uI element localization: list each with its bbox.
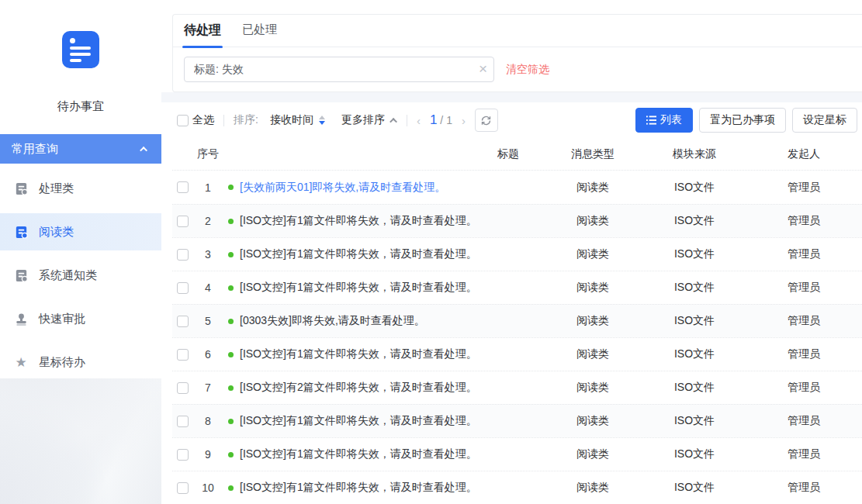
row-checkbox-cell <box>172 482 192 494</box>
row-checkbox-cell <box>172 282 192 294</box>
more-sort-button[interactable]: 更多排序 <box>341 113 385 127</box>
row-number: 2 <box>192 215 223 227</box>
sidebar-item-label: 快速审批 <box>39 312 85 326</box>
row-checkbox[interactable] <box>177 382 189 394</box>
row-checkbox-cell <box>172 216 192 227</box>
sidebar-item-label: 阅读类 <box>39 225 74 240</box>
unread-dot-icon <box>228 319 234 324</box>
refresh-button[interactable] <box>475 109 498 132</box>
row-checkbox-cell <box>172 181 192 193</box>
sidebar-item-starred[interactable]: ★ 星标待办 <box>0 343 161 381</box>
select-all-label[interactable]: 全选 <box>192 113 214 127</box>
row-message-type: 阅读类 <box>542 314 643 328</box>
page-total: / 1 <box>440 114 452 126</box>
clear-all-filters-link[interactable]: 清空筛选 <box>506 63 549 77</box>
row-number: 9 <box>192 448 223 461</box>
row-number: 6 <box>192 348 223 361</box>
row-message-type: 阅读类 <box>542 281 643 295</box>
row-number: 10 <box>192 482 223 494</box>
sidebar: 待办事宜 常用查询 处理类 阅读类 系统通知类 快速审批 <box>0 0 161 504</box>
row-checkbox[interactable] <box>177 249 189 261</box>
next-page-arrow[interactable]: › <box>462 114 466 127</box>
row-message-type: 阅读类 <box>542 247 643 261</box>
sidebar-item-read[interactable]: 阅读类 <box>0 213 161 250</box>
row-number: 3 <box>192 248 223 261</box>
row-checkbox[interactable] <box>177 216 189 227</box>
table-row: 5[0303失效]即将失效,请及时查看处理。阅读类ISO文件管理员 <box>172 304 862 337</box>
row-checkbox[interactable] <box>177 282 189 294</box>
row-message-type: 阅读类 <box>542 481 643 495</box>
unread-dot-icon <box>228 452 234 457</box>
section-divider-band <box>161 92 862 102</box>
mark-as-done-button[interactable]: 置为已办事项 <box>699 108 786 133</box>
row-title-link[interactable]: [ISO文控]有1篇文件即将失效，请及时查看处理。 <box>240 247 477 261</box>
set-star-button[interactable]: 设定星标 <box>792 108 857 133</box>
prev-page-arrow[interactable]: ‹ <box>417 114 421 127</box>
tab-pending[interactable]: 待处理 <box>184 22 221 48</box>
list-lines-icon <box>646 116 656 125</box>
row-checkbox[interactable] <box>177 449 189 461</box>
row-checkbox-cell <box>172 449 192 461</box>
row-module-source: ISO文件 <box>643 447 746 461</box>
sidebar-item-label: 系统通知类 <box>39 268 97 283</box>
sort-field-receive-time[interactable]: 接收时间 <box>270 113 313 127</box>
sidebar-decoration <box>0 378 161 504</box>
row-checkbox-cell <box>172 349 192 361</box>
row-number: 5 <box>192 315 223 327</box>
title-filter-input[interactable] <box>184 57 494 82</box>
tab-processed[interactable]: 已处理 <box>242 22 277 47</box>
table-body: 1[失效前两天01]即将失效,请及时查看处理。阅读类ISO文件管理员2[ISO文… <box>172 171 862 504</box>
row-title-link[interactable]: [ISO文控]有1篇文件即将失效，请及时查看处理。 <box>240 347 477 361</box>
refresh-circular-arrows-icon <box>480 115 492 126</box>
row-title-link[interactable]: [ISO文控]有1篇文件即将失效，请及时查看处理。 <box>240 481 477 495</box>
app-title: 待办事宜 <box>0 99 161 114</box>
row-title-link[interactable]: [ISO文控]有2篇文件即将失效，请及时查看处理。 <box>240 381 477 395</box>
row-title-cell: [失效前两天01]即将失效,请及时查看处理。 <box>223 181 542 195</box>
row-title-link[interactable]: [ISO文控]有1篇文件即将失效，请及时查看处理。 <box>240 281 477 295</box>
document-notice-icon <box>13 268 29 283</box>
sidebar-section-common-queries[interactable]: 常用查询 <box>0 134 161 164</box>
table-row: 8[ISO文控]有1篇文件即将失效，请及时查看处理。阅读类ISO文件管理员 <box>172 404 862 437</box>
sidebar-item-label: 星标待办 <box>39 355 85 370</box>
row-checkbox[interactable] <box>177 181 189 193</box>
table-row: 1[失效前两天01]即将失效,请及时查看处理。阅读类ISO文件管理员 <box>172 171 862 204</box>
list-toolbar: 全选 排序: 接收时间 更多排序 ‹ 1 / 1 › 列表 置为已办事项 设定星… <box>172 102 862 138</box>
row-title-cell: [ISO文控]有1篇文件即将失效，请及时查看处理。 <box>223 214 542 228</box>
row-title-link[interactable]: [ISO文控]有1篇文件即将失效，请及时查看处理。 <box>240 214 477 228</box>
row-initiator: 管理员 <box>746 181 862 195</box>
row-title-cell: [ISO文控]有1篇文件即将失效，请及时查看处理。 <box>223 247 542 261</box>
row-title-link[interactable]: [失效前两天01]即将失效,请及时查看处理。 <box>240 181 445 195</box>
row-checkbox[interactable] <box>177 482 189 494</box>
toolbar-divider <box>223 115 224 126</box>
row-number: 8 <box>192 415 223 427</box>
row-initiator: 管理员 <box>746 347 862 361</box>
row-title-link[interactable]: [ISO文控]有1篇文件即将失效，请及时查看处理。 <box>240 414 477 428</box>
unread-dot-icon <box>228 352 234 357</box>
sort-label: 排序: <box>234 113 258 127</box>
row-initiator: 管理员 <box>746 314 862 328</box>
list-view-button[interactable]: 列表 <box>635 108 693 133</box>
sort-direction-icon[interactable] <box>319 116 325 125</box>
row-title-cell: [ISO文控]有1篇文件即将失效，请及时查看处理。 <box>223 447 542 461</box>
row-module-source: ISO文件 <box>643 314 746 328</box>
row-checkbox[interactable] <box>177 349 189 361</box>
row-message-type: 阅读类 <box>542 181 643 195</box>
row-checkbox-cell <box>172 416 192 427</box>
row-title-link[interactable]: [0303失效]即将失效,请及时查看处理。 <box>240 314 425 328</box>
row-checkbox[interactable] <box>177 416 189 427</box>
row-checkbox[interactable] <box>177 316 189 327</box>
unread-dot-icon <box>228 219 234 224</box>
chevron-up-icon[interactable] <box>389 117 397 125</box>
sidebar-item-process[interactable]: 处理类 <box>0 170 161 207</box>
row-title-link[interactable]: [ISO文控]有1篇文件即将失效，请及时查看处理。 <box>240 447 477 461</box>
row-initiator: 管理员 <box>746 247 862 261</box>
clear-input-x-icon[interactable]: × <box>479 60 487 78</box>
sidebar-item-quick-approve[interactable]: 快速审批 <box>0 300 161 337</box>
row-module-source: ISO文件 <box>643 481 746 495</box>
filter-chip-box: × <box>184 57 494 82</box>
filter-card: 待处理 已处理 × 清空筛选 <box>172 14 862 92</box>
row-initiator: 管理员 <box>746 214 862 228</box>
section-label: 常用查询 <box>12 142 58 157</box>
sidebar-item-system-notice[interactable]: 系统通知类 <box>0 257 161 294</box>
select-all-checkbox[interactable] <box>177 115 189 126</box>
